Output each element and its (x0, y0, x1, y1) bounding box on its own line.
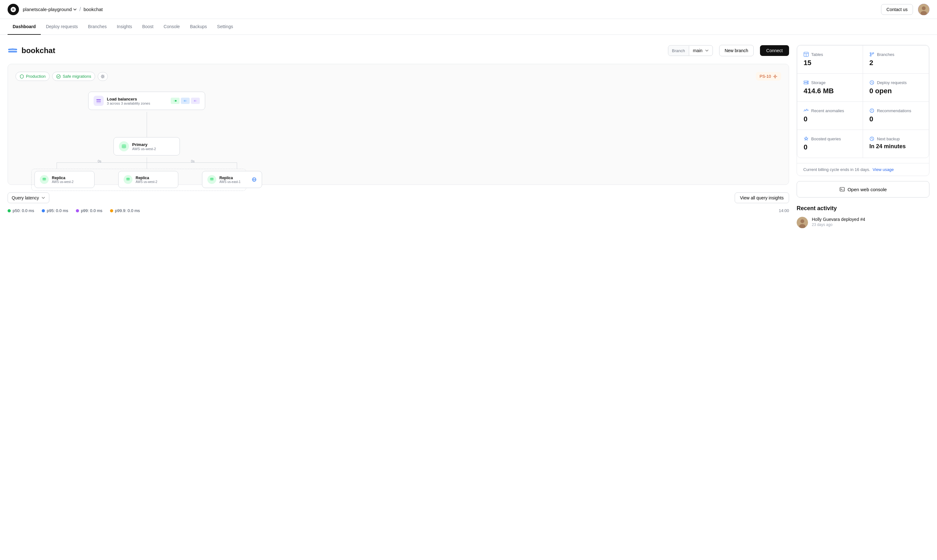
replica-icon-3 (208, 175, 216, 184)
branches-value: 2 (869, 59, 922, 67)
primary-icon (119, 141, 129, 151)
p999-dot (110, 209, 113, 212)
legend-p95: p95: 0.0 ms (42, 208, 68, 213)
connect-button[interactable]: Connect (760, 45, 789, 56)
stat-anomalies: Recent anomalies 0 (797, 102, 863, 130)
settings-badge[interactable] (98, 72, 108, 81)
boosted-icon (803, 136, 809, 141)
avatar[interactable] (918, 4, 929, 15)
stat-recommendations-header: Recommendations (869, 108, 922, 113)
org-selector[interactable]: planetscale-playground (23, 7, 77, 12)
nav-item-settings[interactable]: Settings (212, 19, 238, 35)
legend-p999: p99.9: 0.0 ms (110, 208, 140, 213)
recent-activity: Recent activity Holly Guevara deployed #… (797, 205, 929, 228)
chevron-down-icon (73, 8, 77, 11)
connector-primary-down (147, 157, 147, 162)
replica-db-icon-1 (42, 177, 47, 182)
stat-deploy-header: Deploy requests (869, 80, 922, 85)
stat-tables: Tables 15 (797, 46, 863, 74)
recommendations-icon (869, 108, 874, 113)
table-icon (803, 52, 809, 57)
p50-dot (8, 209, 11, 212)
billing-row: Current billing cycle ends in 16 days. V… (797, 163, 929, 176)
storage-value: 414.6 MB (803, 87, 856, 95)
svg-rect-9 (97, 101, 101, 102)
stat-storage-header: Storage (803, 80, 856, 85)
stats-grid: Tables 15 Branches 2 Storage (797, 45, 929, 158)
ps-plan-badge[interactable]: PS-10 (756, 72, 781, 81)
anomalies-value: 0 (803, 115, 856, 123)
lb-text: Load balancers 3 across 3 availability z… (107, 97, 150, 105)
svg-point-12 (175, 100, 177, 102)
safe-migrations-label: Safe migrations (63, 74, 91, 79)
primary-title: Primary (132, 142, 156, 147)
stats-card: Tables 15 Branches 2 Storage (797, 45, 929, 176)
stat-backup-header: Next backup (869, 136, 922, 141)
connector-left-up (57, 162, 57, 169)
user-avatar-icon (918, 4, 929, 15)
db-icon (8, 46, 18, 55)
replica-icon-1 (40, 175, 49, 184)
stat-deploy: Deploy requests 0 open (863, 74, 929, 102)
query-latency-dropdown[interactable]: Query latency (8, 192, 49, 203)
backup-value: In 24 minutes (869, 143, 922, 150)
header-right: Contact us (881, 4, 929, 15)
branch-label: Branch (668, 46, 689, 55)
lb-indicator-1 (171, 98, 180, 104)
database-name: bookchat (83, 7, 103, 12)
lb-indicator-3 (191, 98, 200, 104)
branch-value: main (693, 48, 702, 53)
new-branch-button[interactable]: New branch (719, 45, 754, 56)
svg-point-41 (800, 219, 804, 223)
replica-db-icon-3 (209, 177, 214, 182)
replica-text-2: Replica AWS us-west-2 (135, 176, 157, 184)
query-legend: p50: 0.0 ms p95: 0.0 ms p99: 0.0 ms p99.… (8, 208, 789, 213)
header: planetscale-playground / bookchat Contac… (0, 0, 937, 19)
replica-text-3: Replica AWS us-east-1 (219, 176, 241, 184)
activity-content: Holly Guevara deployed #4 23 days ago (812, 217, 865, 227)
production-label: Production (26, 74, 46, 79)
svg-point-14 (184, 100, 186, 102)
backup-label: Next backup (877, 137, 900, 141)
nav-item-boost[interactable]: Boost (137, 19, 159, 35)
query-time: 14:00 (779, 208, 789, 213)
nav-item-console[interactable]: Console (159, 19, 185, 35)
replica-text-1: Replica AWS us-west-2 (52, 176, 74, 184)
lb-icon (94, 96, 104, 106)
diagram-card: Production Safe migrations PS-10 (8, 64, 789, 185)
nav-item-branches[interactable]: Branches (83, 19, 112, 35)
storage-icon (803, 80, 809, 85)
anomalies-label: Recent anomalies (811, 108, 844, 113)
primary-text: Primary AWS us-west-2 (132, 142, 156, 151)
globe-icon (252, 177, 257, 182)
nav-item-deploy-requests[interactable]: Deploy requests (41, 19, 83, 35)
activity-user-icon (797, 217, 808, 228)
branches-icon (869, 52, 874, 57)
check-circle-icon (56, 74, 61, 79)
branch-select-dropdown[interactable]: main (689, 46, 712, 55)
nav-item-dashboard[interactable]: Dashboard (8, 19, 41, 35)
svg-rect-38 (840, 188, 845, 191)
stat-storage: Storage 414.6 MB (797, 74, 863, 102)
replica-node-3: Replica AWS us-east-1 (202, 171, 262, 188)
nav-item-insights[interactable]: Insights (112, 19, 137, 35)
open-console-button[interactable]: Open web console (797, 181, 929, 197)
svg-point-28 (870, 55, 871, 56)
query-section: Query latency View all query insights p5… (8, 192, 789, 213)
nav-item-backups[interactable]: Backups (185, 19, 212, 35)
dropdown-chevron-icon (42, 196, 45, 200)
contact-us-button[interactable]: Contact us (881, 4, 913, 15)
lb-toggle-icon-1 (173, 100, 177, 102)
activity-item: Holly Guevara deployed #4 23 days ago (797, 217, 929, 228)
view-insights-button[interactable]: View all query insights (735, 192, 789, 203)
query-dropdown-label: Query latency (12, 195, 39, 200)
svg-point-36 (872, 111, 872, 112)
billing-note: Current billing cycle ends in 16 days. (803, 167, 870, 172)
activity-avatar (797, 217, 808, 228)
view-usage-link[interactable]: View usage (872, 167, 894, 172)
main-content: bookchat Branch main New branch Connect … (0, 35, 937, 238)
replica-node-2: Replica AWS us-west-2 (118, 171, 178, 188)
svg-point-1 (922, 6, 926, 10)
replica-sub-3: AWS us-east-1 (219, 180, 241, 184)
recent-activity-title: Recent activity (797, 205, 929, 212)
